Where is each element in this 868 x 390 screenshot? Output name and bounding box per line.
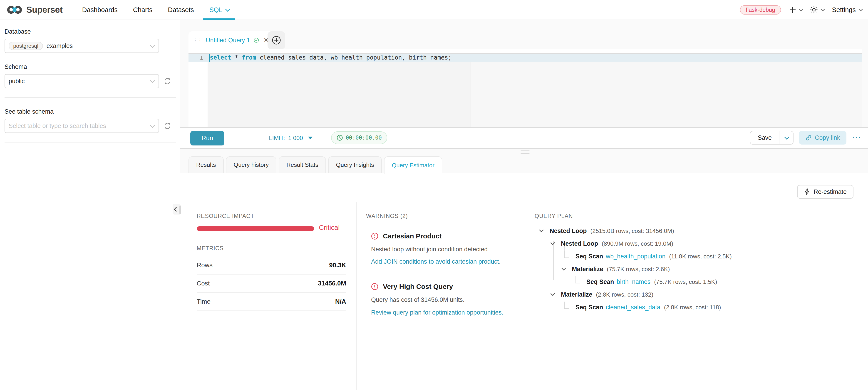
sun-icon bbox=[810, 6, 818, 13]
plan-node-nested-loop-inner: Nested Loop (890.9M rows, cost: 19.0M) bbox=[550, 240, 673, 248]
new-item-button[interactable] bbox=[789, 6, 802, 13]
query-plan-title: QUERY PLAN bbox=[535, 213, 573, 219]
editor-gutter bbox=[188, 62, 208, 127]
limit-label: LIMIT: bbox=[269, 134, 285, 142]
warning-high-cost: Very High Cost Query bbox=[371, 283, 521, 291]
refresh-schemas-button[interactable] bbox=[163, 77, 171, 85]
sql-code-line[interactable]: select * from cleaned_sales_data, wb_hea… bbox=[210, 54, 452, 61]
query-timer: 00:00:00.00 bbox=[331, 131, 387, 144]
column-divider bbox=[356, 202, 356, 390]
save-options-button[interactable] bbox=[779, 131, 793, 144]
chevron-down-icon bbox=[150, 78, 155, 83]
editor-print-margin bbox=[471, 62, 862, 127]
tab-query-history[interactable]: Query history bbox=[226, 156, 277, 173]
tree-connector-icon bbox=[564, 251, 569, 258]
metric-row-time: Time N/A bbox=[197, 293, 346, 311]
nav-item-dashboards[interactable]: Dashboards bbox=[74, 0, 125, 20]
metrics-title: METRICS bbox=[197, 245, 223, 251]
collapse-sidebar-button[interactable] bbox=[173, 204, 180, 214]
superset-infinity-icon bbox=[6, 5, 23, 15]
refresh-icon bbox=[163, 77, 171, 85]
warning-suggestion-link[interactable]: Add JOIN conditions to avoid cartesian p… bbox=[371, 258, 500, 265]
nav-item-sql[interactable]: SQL bbox=[202, 0, 237, 20]
database-label: Database bbox=[4, 28, 175, 35]
warning-description: Query has cost of 31456.0M units. bbox=[371, 296, 464, 303]
lightning-icon bbox=[804, 188, 810, 195]
superset-logo[interactable]: Superset bbox=[6, 5, 62, 15]
plan-node-materialize: Materialize (2.8K rows, cost: 132) bbox=[550, 291, 653, 299]
reestimate-button[interactable]: Re-estimate bbox=[797, 185, 854, 199]
line-number: 1 bbox=[188, 55, 203, 61]
database-value: examples bbox=[46, 42, 73, 50]
results-tab-bar: Results Query history Result Stats Query… bbox=[188, 156, 442, 174]
more-actions-button[interactable] bbox=[853, 134, 862, 142]
collapse-caret-icon[interactable] bbox=[550, 242, 556, 245]
warning-icon bbox=[371, 233, 378, 240]
editor-toolbar: Run LIMIT: 1 000 00:00:00.00 Save bbox=[180, 127, 868, 149]
tab-drag-handle-icon[interactable]: ⋮⋮ bbox=[193, 38, 202, 42]
plan-node-seq-scan: Seq Scan cleaned_sales_data (2.8K rows, … bbox=[562, 303, 721, 311]
query-estimator-panel: Re-estimate RESOURCE IMPACT Critical MET… bbox=[180, 173, 868, 390]
brand-name: Superset bbox=[26, 5, 62, 15]
refresh-icon bbox=[163, 122, 171, 130]
chevron-left-icon bbox=[174, 207, 179, 211]
schema-label: Schema bbox=[4, 63, 175, 70]
nav-item-datasets[interactable]: Datasets bbox=[160, 0, 202, 20]
clock-icon bbox=[337, 134, 343, 141]
link-icon bbox=[805, 134, 812, 141]
query-editor-tab[interactable]: ⋮⋮ Untitled Query 1 ✕ bbox=[188, 31, 273, 49]
limit-dropdown[interactable]: LIMIT: 1 000 bbox=[269, 128, 312, 148]
sidebar-resize-handle[interactable] bbox=[179, 206, 181, 214]
new-query-tab-button[interactable] bbox=[268, 31, 285, 49]
text-cursor bbox=[209, 54, 210, 62]
collapse-caret-icon[interactable] bbox=[550, 293, 556, 296]
plan-node-materialize: Materialize (75.7K rows, cost: 2.6K) bbox=[560, 265, 670, 273]
sql-lab-main: ⋮⋮ Untitled Query 1 ✕ 1 select * from cl… bbox=[180, 20, 868, 390]
navbar-right: flask-debug Settings bbox=[740, 5, 862, 14]
refresh-tables-button[interactable] bbox=[163, 122, 171, 130]
settings-menu[interactable]: Settings bbox=[832, 6, 862, 13]
pane-resize-handle[interactable] bbox=[521, 150, 530, 155]
copy-link-button[interactable]: Copy link bbox=[799, 131, 846, 145]
tab-result-stats[interactable]: Result Stats bbox=[279, 156, 326, 173]
toolbar-right: Save Copy link bbox=[750, 131, 862, 145]
sql-lab-sidebar: Database postgresql examples Schema publ… bbox=[0, 20, 180, 390]
save-button[interactable]: Save bbox=[750, 131, 779, 144]
tree-connector-icon bbox=[575, 276, 580, 283]
warning-cartesian-product: Cartesian Product bbox=[371, 232, 521, 240]
chevron-down-icon bbox=[820, 7, 825, 11]
resource-impact-title: RESOURCE IMPACT bbox=[197, 213, 254, 219]
table-select-placeholder: Select table or type to search tables bbox=[9, 122, 106, 129]
column-divider bbox=[525, 202, 525, 390]
saved-check-icon bbox=[254, 37, 259, 44]
table-select[interactable]: Select table or type to search tables bbox=[4, 119, 159, 133]
timer-value: 00:00:00.00 bbox=[346, 134, 382, 141]
chevron-down-icon bbox=[150, 123, 155, 128]
warning-description: Nested loop without join condition detec… bbox=[371, 246, 489, 253]
warning-suggestion-link[interactable]: Review query plan for optimization oppor… bbox=[371, 309, 503, 316]
tab-results[interactable]: Results bbox=[188, 156, 224, 173]
collapse-caret-icon[interactable] bbox=[560, 267, 567, 271]
tab-query-estimator[interactable]: Query Estimator bbox=[384, 156, 442, 174]
plus-circle-icon bbox=[272, 36, 281, 45]
plan-node-seq-scan: Seq Scan wb_health_population (11.8K row… bbox=[562, 252, 732, 261]
tree-connector-icon bbox=[564, 302, 569, 309]
nav-item-charts[interactable]: Charts bbox=[125, 0, 160, 20]
sql-editor[interactable]: 1 select * from cleaned_sales_data, wb_h… bbox=[188, 49, 862, 127]
schema-value: public bbox=[9, 78, 25, 85]
tab-query-insights[interactable]: Query Insights bbox=[328, 156, 382, 173]
schema-select[interactable]: public bbox=[4, 74, 159, 88]
plus-icon bbox=[789, 6, 796, 13]
metrics-list: Rows 90.3K Cost 31456.0M Time N/A bbox=[197, 257, 346, 311]
main-nav: Dashboards Charts Datasets SQL bbox=[74, 0, 236, 20]
collapse-caret-icon[interactable] bbox=[538, 229, 545, 233]
caret-down-icon bbox=[308, 137, 312, 139]
plan-node-seq-scan: Seq Scan birth_names (75.7K rows, cost: … bbox=[573, 278, 717, 286]
save-split-button: Save bbox=[750, 131, 794, 145]
sidebar-divider bbox=[4, 97, 176, 98]
database-select[interactable]: postgresql examples bbox=[4, 39, 159, 53]
metric-row-rows: Rows 90.3K bbox=[197, 257, 346, 274]
sidebar-divider bbox=[4, 142, 176, 143]
run-button[interactable]: Run bbox=[190, 131, 224, 146]
theme-toggle[interactable] bbox=[810, 6, 824, 13]
